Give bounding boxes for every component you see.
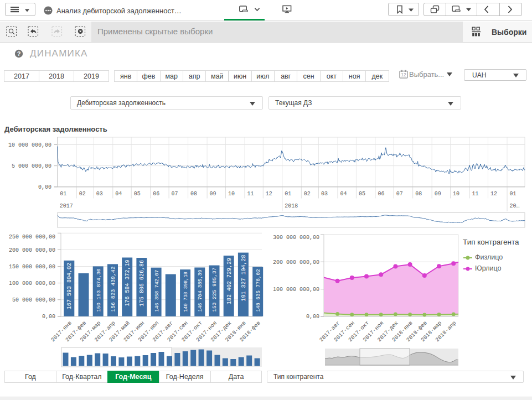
svg-text:175 805 626,86: 175 805 626,86 [139,260,145,307]
svg-text:250 000 000,00: 250 000 000,00 [9,234,55,240]
svg-text:11: 11 [472,191,479,197]
svg-text:150 000 000,00: 150 000 000,00 [9,264,55,270]
svg-text:07: 07 [396,191,403,197]
svg-text:07: 07 [172,191,178,197]
svg-text:153 225 985,37: 153 225 985,37 [212,268,218,312]
svg-text:0,00: 0,00 [42,314,55,320]
svg-text:100 000 000,00: 100 000 000,00 [9,280,55,287]
svg-text:182 402 729,29: 182 402 729,29 [226,258,233,304]
svg-text:2017: 2017 [60,203,73,209]
svg-text:06: 06 [378,191,384,197]
svg-text:167 593 804,02: 167 593 804,02 [66,263,73,309]
svg-text:01: 01 [60,191,66,197]
svg-text:150 193 874,30: 150 193 874,30 [96,268,102,312]
svg-text:191 327 104,28: 191 327 104,28 [241,255,247,302]
svg-text:09: 09 [210,191,216,197]
svg-text:06: 06 [153,191,159,197]
svg-text:08: 08 [415,191,422,197]
svg-text:12: 12 [266,191,272,197]
svg-text:200 000 000,00: 200 000 000,00 [9,247,55,253]
svg-text:146 704 385,39: 146 704 385,39 [197,270,203,312]
svg-text:12: 12 [490,191,497,197]
svg-text:03: 03 [96,191,103,197]
svg-text:03: 03 [321,191,328,197]
svg-text:300 000 000,00: 300 000 000,00 [273,235,319,241]
svg-text:10 000 000,00: 10 000 000,00 [8,142,51,148]
svg-text:0,00: 0,00 [306,314,319,320]
svg-text:01: 01 [510,191,516,197]
svg-text:04: 04 [115,191,122,197]
svg-text:20…: 20… [510,203,520,209]
svg-text:2018: 2018 [285,203,298,209]
svg-text:09: 09 [435,191,441,197]
svg-text:50 000 000,00: 50 000 000,00 [12,297,55,303]
svg-text:10: 10 [453,191,459,197]
svg-text:200 000 000,00: 200 000 000,00 [273,259,319,266]
svg-text:100 000 000,00: 100 000 000,00 [273,287,319,293]
svg-text:04: 04 [340,191,347,197]
svg-text:146 358 742,07: 146 358 742,07 [154,270,160,312]
svg-text:01: 01 [285,191,291,197]
svg-text:5 000 000,00: 5 000 000,00 [12,163,51,169]
svg-text:140 738 398,18: 140 738 398,18 [183,272,189,312]
svg-text:05: 05 [359,191,365,197]
svg-text:176 584 372,19: 176 584 372,19 [125,260,131,307]
svg-text:10: 10 [228,191,235,197]
svg-text:156 823 439,42: 156 823 439,42 [110,266,116,311]
svg-text:02: 02 [79,191,86,197]
svg-text:02: 02 [304,191,311,197]
svg-text:148 635 778,02: 148 635 778,02 [255,269,261,311]
svg-text:05: 05 [134,191,141,197]
svg-text:11: 11 [247,191,254,197]
svg-text:0,00: 0,00 [38,184,51,190]
svg-text:08: 08 [190,191,197,197]
